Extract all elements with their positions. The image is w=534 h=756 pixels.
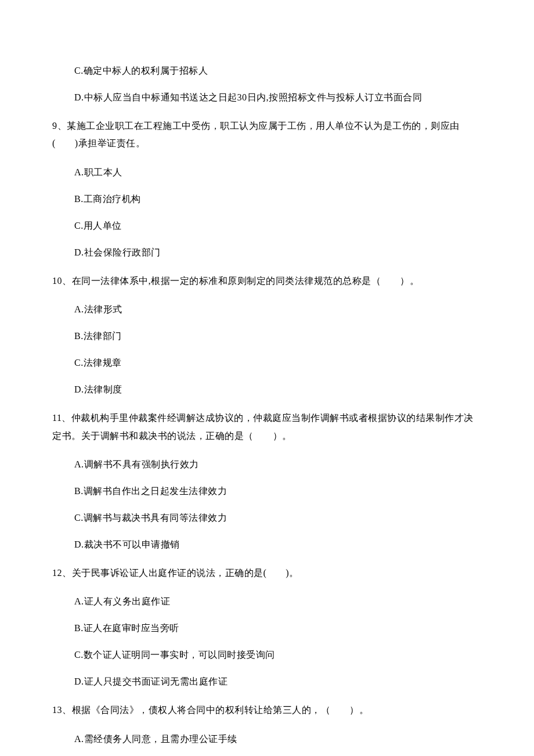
question-stem: 12、关于民事诉讼证人出庭作证的说法，正确的是( )。 [52,564,482,582]
exam-page: C.确定中标人的权利属于招标人 D.中标人应当自中标通知书送达之日起30日内,按… [0,0,534,756]
option-text: C.用人单位 [74,219,482,233]
option-text: B.调解书自作出之日起发生法律效力 [74,484,482,498]
option-text: B.证人在庭审时应当旁听 [74,621,482,635]
option-text: A.调解书不具有强制执行效力 [74,458,482,471]
option-text: C.调解书与裁决书具有同等法律效力 [74,511,482,525]
question-stem: 11、仲裁机构手里仲裁案件经调解达成协议的，仲裁庭应当制作调解书或者根据协议的结… [52,409,482,445]
option-text: A.职工本人 [74,165,482,179]
option-text: D.中标人应当自中标通知书送达之日起30日内,按照招标文件与投标人订立书面合同 [74,91,482,105]
option-text: C.数个证人证明同一事实时，可以同时接受询问 [74,648,482,662]
option-text: D.证人只提交书面证词无需出庭作证 [74,675,482,689]
option-text: D.裁决书不可以申请撤销 [74,538,482,552]
question-stem: 10、在同一法律体系中,根据一定的标准和原则制定的同类法律规范的总称是（ ）。 [52,272,482,290]
option-text: A.证人有义务出庭作证 [74,595,482,609]
option-text: C.确定中标人的权利属于招标人 [74,64,482,78]
option-text: A.法律形式 [74,303,482,316]
option-text: C.法律规章 [74,356,482,370]
question-stem: 9、某施工企业职工在工程施工中受伤，职工认为应属于工伤，用人单位不认为是工伤的，… [52,117,482,153]
option-text: A.需经债务人同意，且需办理公证手续 [74,732,482,746]
option-text: B.工商治疗机构 [74,192,482,206]
question-stem: 13、根据《合同法》，债权人将合同中的权利转让给第三人的，（ ）。 [52,701,482,719]
option-text: D.社会保险行政部门 [74,246,482,260]
option-text: D.法律制度 [74,383,482,397]
option-text: B.法律部门 [74,329,482,343]
